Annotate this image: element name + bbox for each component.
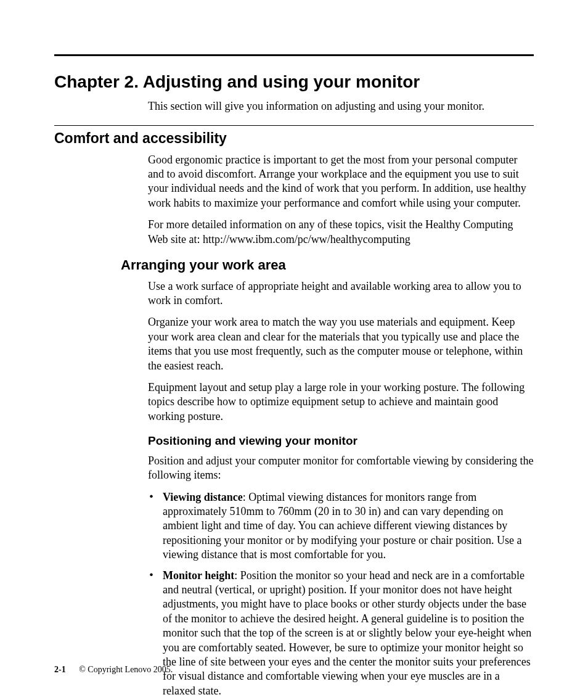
arranging-paragraph-2: Organize your work area to match the way… — [148, 315, 534, 373]
chapter-intro: This section will give you information o… — [148, 99, 534, 113]
comfort-paragraph-2: For more detailed information on any of … — [148, 218, 534, 247]
page-footer: 2-1 © Copyright Lenovo 2005. — [54, 664, 173, 675]
bullet-label: Monitor height — [163, 569, 234, 582]
bullet-label: Viewing distance — [163, 491, 243, 503]
chapter-title: Chapter 2. Adjusting and using your moni… — [54, 71, 534, 93]
positioning-intro: Position and adjust your computer monito… — [148, 454, 534, 483]
comfort-paragraph-1: Good ergonomic practice is important to … — [148, 153, 534, 211]
bullet-monitor-height: Monitor height: Position the monitor so … — [148, 569, 534, 700]
page-number: 2-1 — [54, 665, 66, 674]
top-rule — [54, 54, 534, 56]
section-positioning-heading: Positioning and viewing your monitor — [148, 434, 534, 449]
arranging-paragraph-3: Equipment layout and setup play a large … — [148, 381, 534, 424]
arranging-paragraph-1: Use a work surface of appropriate height… — [148, 279, 534, 308]
bullet-viewing-distance: Viewing distance: Optimal viewing distan… — [148, 490, 534, 569]
section-comfort-heading: Comfort and accessibility — [54, 130, 534, 148]
bullet-text: : Position the monitor so your head and … — [163, 569, 531, 697]
copyright-text: © Copyright Lenovo 2005. — [79, 665, 173, 674]
section-arranging-heading: Arranging your work area — [121, 257, 534, 274]
positioning-bullet-list: Viewing distance: Optimal viewing distan… — [148, 490, 534, 700]
section-rule — [54, 125, 534, 126]
